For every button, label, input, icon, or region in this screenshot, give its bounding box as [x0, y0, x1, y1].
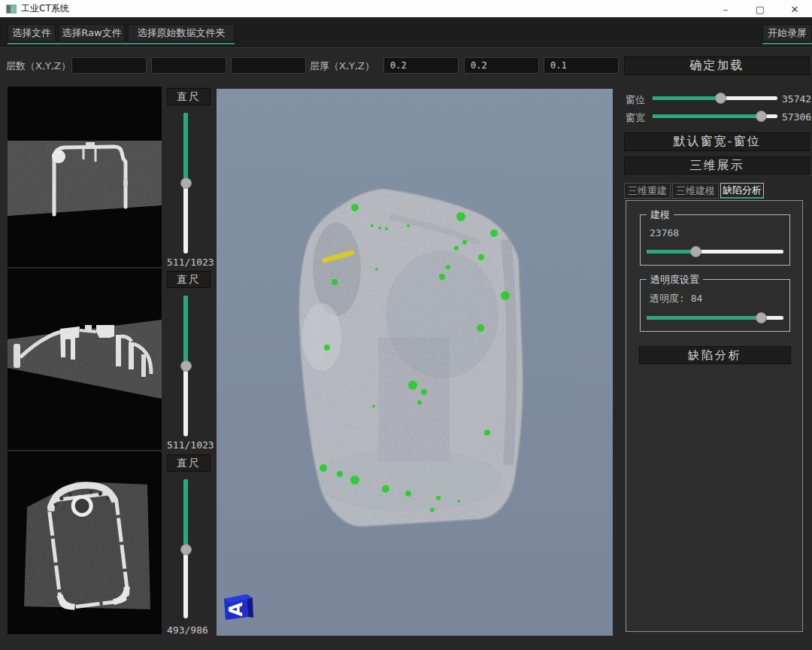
window-level-slider[interactable]: [653, 92, 777, 104]
modeling-slider[interactable]: [647, 245, 783, 257]
defect-analysis-button[interactable]: 缺陷分析: [639, 346, 791, 364]
tab-3d-reconstruction[interactable]: 三维重建: [624, 183, 671, 199]
modeling-groupbox: 建模 23768: [640, 214, 790, 266]
window-width-value: 57306: [782, 111, 811, 123]
slice-slider-2[interactable]: [181, 296, 190, 436]
window-width-label: 窗宽: [626, 111, 645, 125]
slider-handle[interactable]: [180, 360, 192, 372]
opacity-slider[interactable]: [647, 311, 783, 323]
slice-position-2: 511/1023: [167, 439, 214, 451]
minimize-button[interactable]: –: [708, 0, 743, 18]
default-window-button[interactable]: 默认窗宽-窗位: [624, 132, 810, 151]
thickness-label: 层厚（X,Y,Z）: [310, 59, 374, 73]
viewport-3d[interactable]: A: [217, 89, 613, 636]
toolbar-underline: [8, 43, 235, 44]
slider-handle[interactable]: [756, 312, 767, 323]
select-raw-button[interactable]: 选择Raw文件: [59, 24, 125, 42]
select-file-button[interactable]: 选择文件: [8, 24, 56, 42]
window-level-value: 35742: [782, 93, 811, 105]
select-folder-button[interactable]: 选择原始数据文件夹: [128, 24, 235, 42]
thickness-y-input[interactable]: [464, 57, 539, 74]
thickness-z-input[interactable]: [544, 57, 619, 74]
thickness-x-input[interactable]: [383, 57, 459, 74]
ct-slice-top-view[interactable]: [8, 87, 162, 267]
app-icon: [6, 5, 17, 14]
titlebar: 工业CT系统 – ▢ ✕: [0, 0, 812, 18]
window-width-slider[interactable]: [653, 110, 777, 122]
slider-handle[interactable]: [180, 178, 192, 189]
logo-letter: A: [226, 602, 247, 616]
ruler-button-3[interactable]: 直尺: [167, 454, 211, 472]
tab-3d-modeling[interactable]: 三维建模: [672, 183, 719, 199]
maximize-button[interactable]: ▢: [743, 0, 777, 18]
layers-label: 层数（X,Y,Z）: [6, 59, 71, 73]
toolbar: 选择文件 选择Raw文件 选择原始数据文件夹 开始录屏: [0, 19, 812, 48]
industrial-ct-app: 工业CT系统 – ▢ ✕ 选择文件 选择Raw文件 选择原始数据文件夹 开始录屏…: [0, 0, 812, 650]
modeling-group-title: 建模: [647, 208, 674, 222]
layers-z-input[interactable]: [231, 57, 306, 74]
start-record-button[interactable]: 开始录屏: [762, 24, 812, 42]
ruler-button-1[interactable]: 直尺: [167, 88, 211, 105]
record-underline: [762, 43, 812, 44]
slice-slider-3[interactable]: [181, 479, 190, 618]
slider-handle[interactable]: [690, 246, 701, 257]
ruler-button-2[interactable]: 直尺: [167, 271, 211, 288]
ct-slice-front-view[interactable]: [8, 451, 162, 634]
opacity-value: 透明度: 84: [650, 292, 702, 305]
tab-defect-analysis[interactable]: 缺陷分析: [720, 183, 764, 199]
confirm-load-button[interactable]: 确定加载: [624, 56, 810, 75]
slice-position-3: 493/986: [167, 624, 208, 636]
parameter-row: 层数（X,Y,Z） 层厚（X,Y,Z） 确定加载: [0, 49, 812, 83]
slider-handle[interactable]: [180, 544, 192, 555]
slice-position-1: 511/1023: [167, 257, 214, 268]
display-3d-button[interactable]: 三维展示: [624, 156, 810, 175]
defect-analysis-panel: 建模 23768 透明度设置 透明度: 84 缺陷分析: [626, 200, 803, 632]
window-title: 工业CT系统: [21, 2, 69, 15]
ct-slice-side-view[interactable]: [8, 269, 162, 450]
opacity-groupbox: 透明度设置 透明度: 84: [640, 279, 790, 332]
modeling-value: 23768: [650, 227, 679, 238]
opacity-group-title: 透明度设置: [647, 273, 703, 287]
slice-slider-1[interactable]: [181, 113, 190, 254]
layers-x-input[interactable]: [71, 57, 147, 74]
slider-handle[interactable]: [715, 93, 726, 104]
slider-handle[interactable]: [756, 111, 767, 122]
close-button[interactable]: ✕: [777, 0, 812, 18]
orientation-logo-cube: A: [224, 594, 253, 620]
layers-y-input[interactable]: [151, 57, 226, 74]
window-level-label: 窗位: [626, 93, 645, 107]
